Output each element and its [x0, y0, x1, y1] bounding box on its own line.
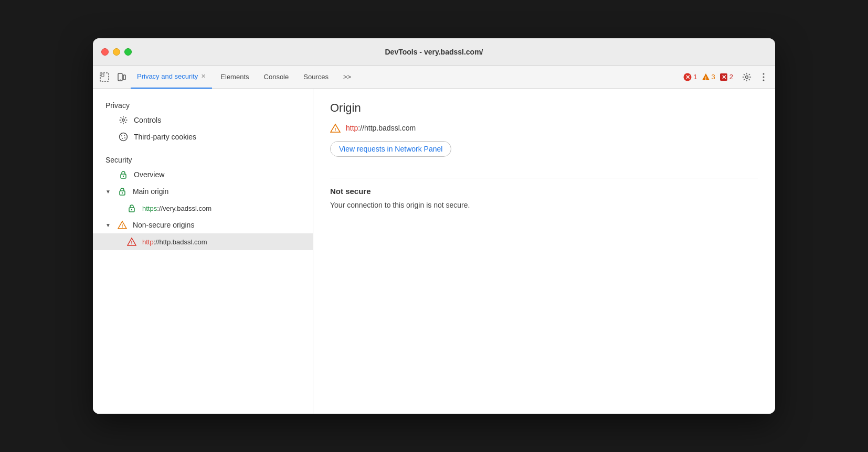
- chevron-down-icon: ▼: [105, 189, 111, 195]
- tab-elements[interactable]: Elements: [214, 66, 255, 89]
- tab-close-icon[interactable]: ✕: [201, 73, 206, 80]
- not-secure-section: Not secure Your connection to this origi…: [330, 187, 758, 211]
- toolbar: Privacy and security ✕ Elements Console …: [93, 66, 775, 89]
- sidebar-item-http-origin[interactable]: ! http://http.badssl.com: [93, 233, 313, 250]
- svg-point-22: [123, 176, 124, 177]
- close-button[interactable]: [101, 48, 109, 56]
- warning-badge[interactable]: ! 3: [702, 73, 715, 81]
- https-origin-url: https://very.badssl.com: [142, 205, 211, 212]
- svg-point-24: [122, 192, 123, 193]
- content-panel: Origin ! http://http.badssl.com View req…: [313, 89, 775, 414]
- svg-rect-3: [123, 75, 125, 80]
- fullscreen-button[interactable]: [124, 48, 132, 56]
- svg-point-12: [763, 73, 765, 74]
- origin-url: http://http.badssl.com: [346, 124, 416, 132]
- not-secure-description: Your connection to this origin is not se…: [330, 200, 758, 211]
- settings-button[interactable]: [739, 70, 754, 84]
- sidebar-item-controls[interactable]: Controls: [93, 112, 313, 128]
- svg-point-11: [746, 76, 748, 78]
- tab-console[interactable]: Console: [258, 66, 295, 89]
- warning-icon-http: !: [126, 236, 137, 247]
- traffic-lights: [101, 48, 132, 56]
- svg-text:✕: ✕: [721, 74, 726, 80]
- svg-text:!: !: [705, 75, 706, 80]
- toolbar-badges: ✕ 1 ! 3 ✕: [683, 73, 733, 81]
- svg-point-18: [124, 135, 125, 136]
- cookie-icon: [118, 132, 129, 142]
- main-content: Privacy Controls: [93, 89, 775, 414]
- more-options-button[interactable]: [756, 70, 771, 84]
- tab-privacy-security[interactable]: Privacy and security ✕: [131, 66, 212, 89]
- svg-point-14: [763, 79, 765, 81]
- device-icon-button[interactable]: [114, 70, 129, 84]
- svg-text:!: !: [121, 223, 123, 229]
- origin-warning-icon: !: [330, 123, 341, 133]
- svg-text:!: !: [335, 127, 336, 132]
- sidebar: Privacy Controls: [93, 89, 313, 414]
- window-title: DevTools - very.badssl.com/: [385, 48, 483, 56]
- svg-point-16: [120, 133, 128, 141]
- warning-icon: !: [702, 73, 710, 81]
- gear-icon: [118, 115, 129, 125]
- tab-sources[interactable]: Sources: [297, 66, 335, 89]
- warning-icon-non-secure: !: [117, 220, 128, 230]
- svg-text:✕: ✕: [685, 74, 690, 80]
- svg-point-15: [122, 119, 124, 121]
- more-tabs-button[interactable]: >>: [337, 66, 357, 89]
- security-section-label: Security: [93, 152, 313, 166]
- lock-icon-main: [117, 186, 128, 197]
- section-divider: [330, 178, 758, 178]
- http-origin-url: http://http.badssl.com: [142, 238, 207, 246]
- sidebar-item-third-party-cookies[interactable]: Third-party cookies: [93, 128, 313, 145]
- sidebar-item-overview[interactable]: Overview: [93, 166, 313, 183]
- view-requests-button[interactable]: View requests in Network Panel: [330, 141, 451, 157]
- svg-text:!: !: [131, 240, 133, 245]
- svg-point-19: [122, 138, 123, 139]
- error-badge[interactable]: ✕ 1: [683, 73, 697, 81]
- svg-point-20: [124, 137, 125, 138]
- titlebar: DevTools - very.badssl.com/: [93, 38, 775, 66]
- lock-icon-overview: [118, 169, 129, 180]
- sidebar-item-main-origin[interactable]: ▼ Main origin: [93, 183, 313, 200]
- error-icon: ✕: [683, 73, 692, 81]
- sidebar-item-non-secure-origins[interactable]: ▼ ! Non-secure origins: [93, 217, 313, 233]
- sidebar-item-https-origin[interactable]: https://very.badssl.com: [93, 200, 313, 217]
- info-badge[interactable]: ✕ 2: [719, 73, 733, 81]
- origin-row: ! http://http.badssl.com: [330, 123, 758, 133]
- svg-point-13: [763, 76, 765, 78]
- lock-icon-https: [126, 203, 137, 213]
- privacy-section-label: Privacy: [93, 97, 313, 112]
- chevron-down-icon-2: ▼: [105, 222, 111, 228]
- cursor-icon-button[interactable]: [97, 70, 112, 84]
- not-secure-title: Not secure: [330, 187, 758, 196]
- svg-rect-1: [101, 74, 104, 77]
- info-icon: ✕: [719, 73, 728, 81]
- origin-heading: Origin: [330, 101, 758, 115]
- svg-point-26: [131, 209, 132, 210]
- minimize-button[interactable]: [113, 48, 120, 56]
- svg-point-17: [121, 135, 122, 136]
- svg-point-4: [120, 79, 121, 80]
- devtools-window: DevTools - very.badssl.com/ Privacy and …: [93, 38, 775, 414]
